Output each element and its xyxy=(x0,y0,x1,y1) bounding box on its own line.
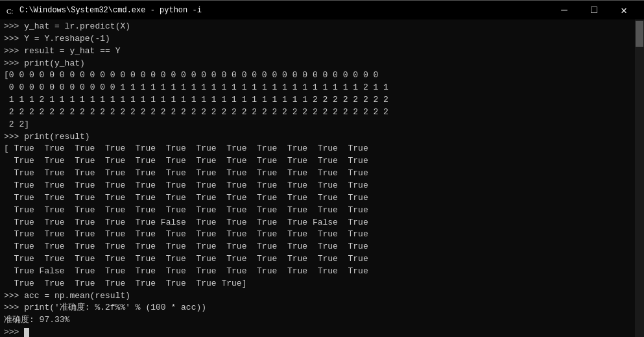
scrollbar-thumb[interactable] xyxy=(636,21,643,47)
window-controls: — □ ✕ xyxy=(549,1,639,20)
terminal-output: >>> y_hat = lr.predict(X) >>> Y = Y.resh… xyxy=(4,21,640,337)
maximize-button[interactable]: □ xyxy=(579,1,609,20)
scrollbar[interactable] xyxy=(635,19,644,337)
svg-text:C:: C: xyxy=(6,7,13,15)
terminal-body[interactable]: >>> y_hat = lr.predict(X) >>> Y = Y.resh… xyxy=(0,19,644,337)
close-button[interactable]: ✕ xyxy=(609,1,639,20)
title-bar-left: C: C:\Windows\System32\cmd.exe - python … xyxy=(5,5,202,16)
title-bar: C: C:\Windows\System32\cmd.exe - python … xyxy=(0,0,644,19)
minimize-button[interactable]: — xyxy=(549,1,579,20)
cmd-icon: C: xyxy=(5,5,16,16)
window-title: C:\Windows\System32\cmd.exe - python -i xyxy=(19,6,202,15)
